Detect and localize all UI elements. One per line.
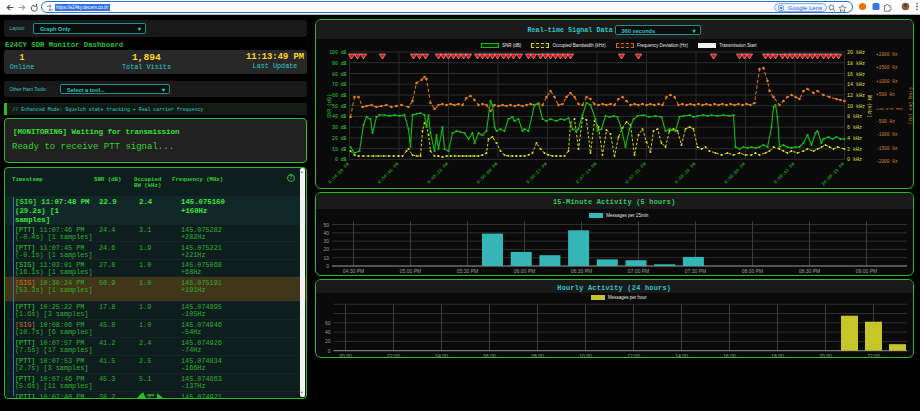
svg-text:40 dB: 40 dB — [332, 114, 347, 119]
svg-text:0: 0 — [327, 348, 330, 354]
svg-text:9:54:46 PM: 9:54:46 PM — [376, 161, 399, 184]
svg-text:SNR (dB): SNR (dB) — [326, 94, 332, 118]
svg-text:10 kHz: 10 kHz — [847, 104, 865, 110]
svg-text:+2000 Hz: +2000 Hz — [876, 52, 898, 57]
svg-text:07:30 PM: 07:30 PM — [684, 268, 705, 274]
svg-text:10:00: 10:00 — [579, 353, 592, 358]
svg-text:-500 Hz: -500 Hz — [876, 119, 895, 124]
svg-text:9:56:00 PM: 9:56:00 PM — [475, 161, 498, 184]
svg-text:06:00: 06:00 — [483, 353, 496, 358]
svg-text:18:00: 18:00 — [771, 353, 784, 358]
svg-text:9:56:37 PM: 9:56:37 PM — [525, 161, 548, 184]
svg-text:6 kHz: 6 kHz — [847, 125, 862, 131]
svg-text:9:57:14 PM: 9:57:14 PM — [574, 161, 597, 184]
svg-text:10: 10 — [323, 254, 329, 260]
svg-text:145.075 MHz: 145.075 MHz — [876, 107, 904, 111]
svg-text:BW (kHz): BW (kHz) — [866, 94, 871, 117]
svg-text:22:00: 22:00 — [867, 353, 880, 358]
svg-text:10 dB: 10 dB — [332, 147, 347, 152]
svg-text:02:00: 02:00 — [387, 353, 400, 358]
svg-text:04:30 PM: 04:30 PM — [342, 268, 363, 274]
svg-text:12:00: 12:00 — [627, 353, 640, 358]
svg-text:08:30 PM: 08:30 PM — [798, 268, 819, 274]
svg-text:08:00: 08:00 — [531, 353, 544, 358]
svg-text:8 kHz: 8 kHz — [847, 114, 862, 120]
svg-text:30 dB: 30 dB — [332, 125, 347, 130]
svg-text:05:00 PM: 05:00 PM — [399, 268, 420, 274]
svg-text:-2000 Hz: -2000 Hz — [876, 159, 898, 164]
svg-text:-1500 Hz: -1500 Hz — [876, 146, 898, 151]
svg-text:50 dB: 50 dB — [332, 104, 347, 109]
svg-text:04:00: 04:00 — [435, 353, 448, 358]
svg-text:06:30 PM: 06:30 PM — [570, 268, 591, 274]
svg-text:18 kHz: 18 kHz — [847, 61, 865, 67]
svg-text:09:00 PM: 09:00 PM — [855, 268, 876, 274]
svg-text:05:30 PM: 05:30 PM — [456, 268, 477, 274]
svg-text:14:00: 14:00 — [675, 353, 688, 358]
svg-text:07:00 PM: 07:00 PM — [627, 268, 648, 274]
svg-text:30: 30 — [323, 238, 329, 244]
svg-text:9:59:05 PM: 9:59:05 PM — [723, 161, 746, 184]
svg-text:60: 60 — [324, 320, 330, 326]
svg-text:9:54:09 PM: 9:54:09 PM — [327, 161, 350, 184]
svg-text:40: 40 — [324, 329, 330, 335]
svg-text:+500 Hz: +500 Hz — [876, 92, 895, 97]
svg-text:16 kHz: 16 kHz — [847, 72, 865, 78]
svg-text:+1000 Hz: +1000 Hz — [876, 79, 898, 84]
svg-text:20:00: 20:00 — [819, 353, 832, 358]
svg-text:20: 20 — [323, 246, 329, 252]
svg-text:9:58:28 PM: 9:58:28 PM — [673, 161, 696, 184]
svg-text:100 dB: 100 dB — [329, 50, 346, 55]
svg-text:08:00 PM: 08:00 PM — [741, 268, 762, 274]
svg-text:90 dB: 90 dB — [332, 61, 347, 66]
svg-text:70 dB: 70 dB — [332, 82, 347, 87]
svg-text:Freq Dev (Hz): Freq Dev (Hz) — [907, 87, 912, 125]
svg-text:2 kHz: 2 kHz — [847, 147, 862, 153]
svg-text:20: 20 — [324, 338, 330, 344]
svg-text:16:00: 16:00 — [723, 353, 736, 358]
svg-text:06:00 PM: 06:00 PM — [513, 268, 534, 274]
svg-text:4 kHz: 4 kHz — [847, 136, 862, 142]
svg-text:50: 50 — [323, 221, 329, 227]
svg-text:0: 0 — [326, 263, 329, 269]
svg-text:20 kHz: 20 kHz — [847, 50, 865, 56]
svg-text:10:00:19 PM: 10:00:19 PM — [820, 161, 845, 186]
svg-text:-1000 Hz: -1000 Hz — [876, 132, 898, 137]
svg-text:40: 40 — [323, 229, 329, 235]
svg-text:9:57:51 PM: 9:57:51 PM — [624, 161, 647, 184]
svg-text:20 dB: 20 dB — [332, 136, 347, 141]
svg-text:+1500 Hz: +1500 Hz — [876, 65, 898, 70]
svg-text:80 dB: 80 dB — [332, 72, 347, 77]
svg-text:0 kHz: 0 kHz — [847, 157, 862, 163]
svg-text:14 kHz: 14 kHz — [847, 82, 865, 88]
svg-text:9:59:42 PM: 9:59:42 PM — [772, 161, 795, 184]
svg-text:12 kHz: 12 kHz — [847, 93, 865, 99]
svg-text:0 dB: 0 dB — [334, 157, 346, 162]
svg-text:60 dB: 60 dB — [332, 93, 347, 98]
svg-text:00:00: 00:00 — [339, 353, 352, 358]
svg-text:9:55:23 PM: 9:55:23 PM — [426, 161, 449, 184]
